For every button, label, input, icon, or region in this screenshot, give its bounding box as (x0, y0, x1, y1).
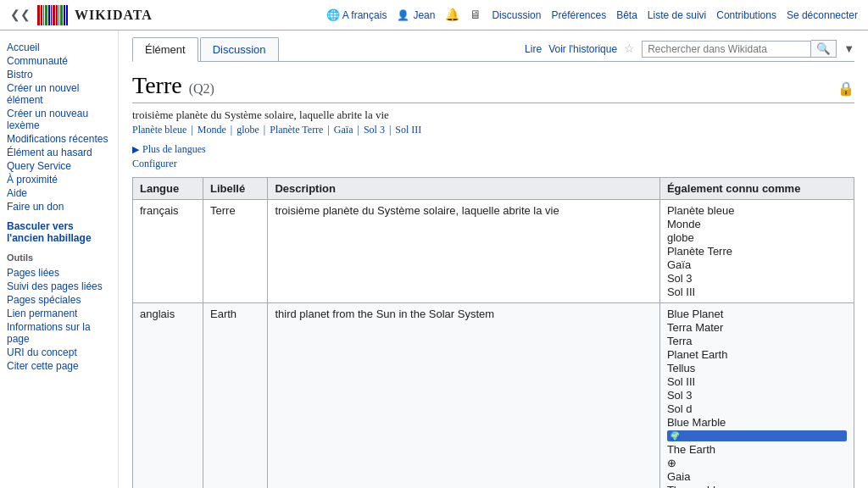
svg-rect-8 (58, 5, 59, 25)
sidebar-item-aide[interactable]: Aide (7, 186, 111, 200)
sidebar-item-nearby[interactable]: À proximité (7, 173, 111, 186)
page-description: troisième planète du Système solaire, la… (132, 108, 854, 122)
table-row: français Terre troisième planète du Syst… (133, 200, 854, 303)
header: ❮❮ WIKIDATA 🌐 A français (0, 0, 868, 30)
col-description: Description (268, 178, 660, 200)
page-id: (Q2) (189, 81, 214, 97)
page-aliases: Planète bleue | Monde | globe | Planète … (132, 124, 854, 136)
sidebar-item-info-page[interactable]: Informations sur la page (7, 320, 111, 346)
sidebar-item-pages-liees[interactable]: Pages liées (7, 266, 111, 280)
header-logout-link[interactable]: Se déconnecter (787, 9, 858, 21)
cell-language-en: anglais (133, 303, 203, 489)
svg-rect-3 (45, 5, 47, 25)
wikidata-barcode-logo (37, 5, 68, 25)
sidebar-item-lien-permanent[interactable]: Lien permanent (7, 307, 111, 320)
header-beta-link[interactable]: Bêta (616, 9, 637, 21)
tab-discussion[interactable]: Discussion (200, 37, 279, 61)
page-title-row: Terre (Q2) 🔒 (132, 72, 854, 103)
tabs-bar: Élément Discussion Lire Voir l'historiqu… (132, 30, 854, 62)
sidebar-item-create-lexeme[interactable]: Créer un nouveau lexème (7, 107, 111, 132)
header-discussion-link[interactable]: Discussion (492, 9, 541, 21)
table-header-row: Langue Libellé Description Également con… (133, 178, 854, 200)
dropdown-icon[interactable]: ▼ (843, 42, 854, 56)
cell-also-known-en: Blue Planet Terra Mater Terra Planet Ear… (659, 303, 854, 489)
svg-rect-6 (53, 5, 55, 25)
alias-monde[interactable]: Monde (198, 124, 226, 136)
cell-label-fr: Terre (203, 200, 268, 303)
sidebar-item-suivi-pages[interactable]: Suivi des pages liées (7, 280, 111, 293)
sidebar-item-donate[interactable]: Faire un don (7, 200, 111, 214)
cell-description-en: third planet from the Sun in the Solar S… (268, 303, 660, 489)
sidebar-item-accueil[interactable]: Accueil (7, 41, 111, 54)
sidebar-item-citer-page[interactable]: Citer cette page (7, 359, 111, 373)
emoji-badge: 🌍 (667, 430, 847, 441)
svg-rect-2 (43, 5, 44, 25)
col-langue: Langue (133, 178, 203, 200)
table-row: anglais Earth third planet from the Sun … (133, 303, 854, 489)
back-icon[interactable]: ❮❮ (10, 8, 31, 22)
sidebar-item-random[interactable]: Élément au hasard (7, 146, 111, 159)
page-title: Terre (132, 72, 182, 99)
cell-label-en: Earth (203, 303, 268, 489)
header-left: ❮❮ WIKIDATA (10, 5, 153, 25)
notifications-icon[interactable]: 🔔 (445, 8, 459, 22)
layout: Accueil Communauté Bistro Créer un nouve… (0, 30, 868, 488)
configure-link[interactable]: Configurer (132, 158, 854, 170)
col-libelle: Libellé (203, 178, 268, 200)
search-icon: 🔍 (816, 42, 831, 55)
cell-description-fr: troisième planète du Système solaire, la… (268, 200, 660, 303)
svg-rect-10 (64, 5, 65, 25)
also-known-en: Blue Planet Terra Mater Terra Planet Ear… (667, 308, 847, 488)
sidebar-item-uri-concept[interactable]: URI du concept (7, 346, 111, 359)
alias-sol3[interactable]: Sol 3 (364, 124, 385, 136)
search-button[interactable]: 🔍 (811, 40, 837, 58)
header-contributions-link[interactable]: Contributions (716, 9, 776, 21)
sidebar-item-pages-speciales[interactable]: Pages spéciales (7, 293, 111, 307)
sidebar: Accueil Communauté Bistro Créer un nouve… (0, 30, 119, 488)
main-content: Élément Discussion Lire Voir l'historiqu… (119, 30, 868, 488)
col-also-known: Également connu comme (659, 178, 854, 200)
cell-also-known-fr: Planète bleue Monde globe Planète Terre … (659, 200, 854, 303)
lock-icon: 🔒 (837, 80, 854, 97)
sidebar-toggle-skin[interactable]: Basculer vers l'ancien habillage (7, 220, 111, 244)
header-preferences-link[interactable]: Préférences (551, 9, 606, 21)
header-right: 🌐 A français 👤 Jean 🔔 🖥 Discussion Préfé… (326, 8, 858, 22)
alias-sol-iii[interactable]: Sol III (395, 124, 421, 136)
sidebar-item-query[interactable]: Query Service (7, 159, 111, 173)
star-icon[interactable]: ☆ (624, 42, 635, 56)
user-menu[interactable]: 👤 Jean (397, 9, 435, 21)
sidebar-item-recent[interactable]: Modifications récentes (7, 132, 111, 146)
search-bar: 🔍 (642, 40, 837, 58)
also-known-fr: Planète bleue Monde globe Planète Terre … (667, 204, 847, 298)
lang-toggle[interactable]: ▶ Plus de langues (132, 143, 854, 156)
sidebar-item-create-element[interactable]: Créer un nouvel élément (7, 81, 111, 107)
svg-rect-4 (48, 5, 50, 25)
sidebar-item-bistro[interactable]: Bistro (7, 68, 111, 81)
language-table: Langue Libellé Description Également con… (132, 177, 854, 488)
svg-rect-7 (56, 5, 58, 25)
tab-action-read[interactable]: Lire (525, 43, 542, 55)
svg-rect-1 (41, 5, 42, 25)
user-icon: 👤 (397, 9, 409, 21)
monitor-icon[interactable]: 🖥 (470, 8, 481, 22)
alias-globe[interactable]: globe (236, 124, 259, 136)
tab-element[interactable]: Élément (132, 37, 198, 62)
svg-rect-9 (60, 5, 63, 25)
site-logo-text: WIKIDATA (75, 8, 153, 23)
svg-rect-0 (37, 5, 40, 25)
tab-action-history[interactable]: Voir l'historique (548, 43, 617, 55)
svg-rect-11 (66, 5, 68, 25)
lang-icon: 🌐 (326, 8, 340, 21)
svg-rect-5 (51, 5, 52, 25)
alias-planete-terre[interactable]: Planète Terre (270, 124, 323, 136)
alias-planete-bleue[interactable]: Planète bleue (132, 124, 186, 136)
tab-actions: Lire Voir l'historique ☆ 🔍 ▼ (525, 40, 854, 61)
cell-language-fr: français (133, 200, 203, 303)
alias-gaia[interactable]: Gaïa (334, 124, 353, 136)
sidebar-tools-title: Outils (7, 252, 111, 263)
lang-selector[interactable]: 🌐 A français (326, 8, 387, 21)
search-input[interactable] (642, 41, 811, 58)
triangle-icon: ▶ (132, 144, 139, 155)
sidebar-item-communaute[interactable]: Communauté (7, 54, 111, 68)
header-watchlist-link[interactable]: Liste de suivi (648, 9, 706, 21)
